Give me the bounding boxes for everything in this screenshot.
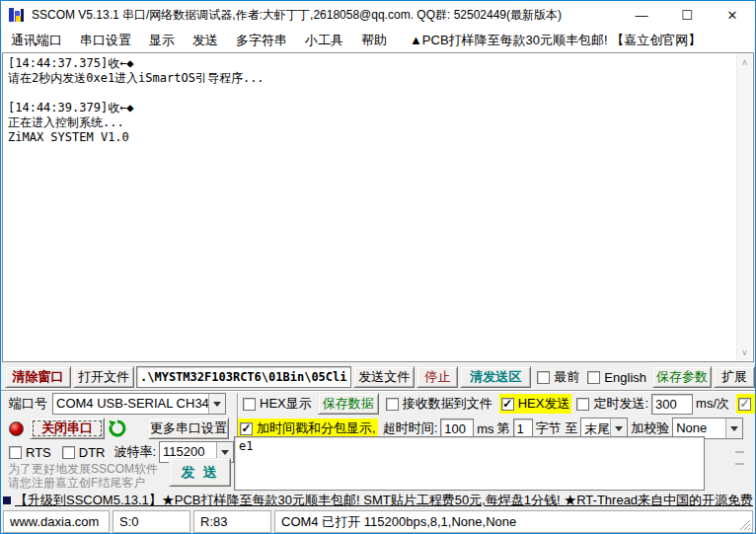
checkbox-box[interactable]: ✓ [240, 422, 253, 435]
menu-bar: 通讯端口 串口设置 显示 发送 多字符串 小工具 帮助 ▲PCB打样降至每款30… [2, 29, 754, 52]
maximize-button[interactable]: ☐ [664, 1, 710, 29]
checkbox-receive-to-file[interactable]: 接收数据到文件 [386, 395, 492, 413]
title-bar: SSCOM V5.13.1 串口/网络数据调试器,作者:大虾丁丁,2618058… [1, 1, 755, 29]
check-icon: ✓ [502, 399, 512, 410]
check-icon: ✓ [740, 399, 750, 410]
checkbox-timed-send[interactable]: 定时发送: [576, 395, 648, 413]
checkbox-timestamp-split[interactable]: ✓ 加时间戳和分包显示, [238, 419, 378, 438]
menu-item-send[interactable]: 发送 [184, 30, 227, 51]
website-link[interactable]: www.daxia.com [3, 510, 110, 533]
maximize-icon: ☐ [681, 8, 693, 23]
checkbox-box[interactable] [587, 371, 600, 384]
terminal-scrollbar[interactable]: ∧ ∨ [736, 54, 752, 360]
checkbox-box[interactable] [9, 446, 22, 459]
timeout-unit-label: ms [477, 421, 493, 436]
dropdown-arrow-icon[interactable] [208, 394, 225, 414]
port-label: 端口号 [9, 395, 47, 413]
send-file-button[interactable]: 发送文件 [353, 366, 415, 388]
file-path-input[interactable] [136, 366, 351, 388]
sent-count: S:0 [113, 510, 190, 533]
menu-item-help[interactable]: 帮助 [352, 30, 396, 51]
checkbox-box[interactable] [576, 398, 589, 411]
checkbox-box[interactable]: ✓ [738, 398, 751, 411]
menu-item-comm-port[interactable]: 通讯端口 [2, 30, 71, 51]
app-icon [8, 7, 26, 23]
clear-send-area-button[interactable]: 清发送区 [460, 366, 531, 388]
terminal-output[interactable]: [14:44:37.375]收←◆ 请在2秒内发送0xe1进入iSmartOS引… [2, 52, 754, 362]
received-count: R:83 [193, 510, 271, 533]
baud-label: 波特率: [113, 443, 156, 461]
port-select[interactable]: COM4 USB-SERIAL CH340 [52, 393, 226, 415]
menu-item-tools[interactable]: 小工具 [296, 30, 352, 51]
menu-item-serial-settings[interactable]: 串口设置 [71, 30, 140, 51]
byte-mid-label: 字节 至 [536, 420, 578, 437]
port-status: COM4 已打开 115200bps,8,1,None,None [274, 510, 753, 533]
port-options-row: 端口号 COM4 USB-SERIAL CH340 HEX显示 保存数据 接收数… [9, 393, 755, 415]
close-button[interactable]: ✕ [710, 1, 755, 29]
save-params-button[interactable]: 保存参数 [652, 366, 712, 388]
checkbox-box[interactable] [386, 398, 399, 411]
scroll-up-icon[interactable]: ∧ [741, 54, 748, 70]
interval-unit-label: ms/次 [696, 395, 729, 413]
dropdown-arrow-icon[interactable] [725, 419, 742, 438]
checkbox-box[interactable] [62, 446, 75, 459]
interval-input[interactable] [651, 394, 693, 415]
divider [1, 390, 755, 392]
timeout-label: 超时时间: [383, 420, 438, 437]
minimize-icon: — [636, 8, 648, 23]
close-port-button[interactable]: 关闭串口 [30, 418, 105, 439]
checkbox-add-crlf[interactable]: ✓ 加回车换 [736, 394, 756, 414]
app-window: SSCOM V5.13.1 串口/网络数据调试器,作者:大虾丁丁,2618058… [0, 0, 756, 534]
open-file-button[interactable]: 打开文件 [73, 366, 134, 388]
checkbox-box[interactable]: ✓ [501, 398, 514, 411]
save-data-button[interactable]: 保存数据 [318, 393, 379, 415]
checkbox-box[interactable] [537, 371, 550, 384]
window-title: SSCOM V5.13.1 串口/网络数据调试器,作者:大虾丁丁,2618058… [32, 7, 619, 24]
refresh-ports-icon[interactable] [108, 419, 127, 438]
check-icon: ✓ [241, 423, 251, 434]
checkbox-hex-send[interactable]: ✓ HEX发送 [499, 394, 572, 414]
send-button[interactable]: 发 送 [169, 458, 231, 487]
upgrade-link-bar: 【升级到SSCOM5.13.1】★PCB打样降至每款30元顺丰包邮! SMT贴片… [3, 493, 753, 508]
checkbox-hex-display[interactable]: HEX显示 [243, 395, 312, 413]
stop-button[interactable]: 停止 [416, 366, 458, 388]
close-icon: ✕ [727, 8, 738, 23]
checkbox-dtr[interactable]: DTR [62, 445, 106, 460]
clear-window-button[interactable]: 清除窗口 [5, 366, 71, 388]
extend-button[interactable]: 扩展 [714, 366, 755, 388]
scroll-down-icon[interactable]: ∨ [741, 344, 748, 360]
window-controls: — ☐ ✕ [619, 1, 755, 29]
status-bar: www.daxia.com S:0 R:83 COM4 已打开 115200bp… [2, 509, 754, 533]
splitter-handle[interactable] [735, 451, 744, 465]
resize-grip-icon[interactable] [739, 519, 751, 531]
byte-prefix-label: 第 [497, 420, 510, 437]
port-open-led-icon [9, 421, 24, 436]
more-serial-settings-button[interactable]: 更多串口设置 [148, 418, 229, 439]
dropdown-arrow-icon[interactable] [610, 419, 627, 438]
checkbox-rts[interactable]: RTS [9, 445, 51, 460]
link-bullet-icon [3, 496, 11, 504]
checkbox-box[interactable] [243, 398, 256, 411]
checkbox-topmost[interactable]: 最前 [537, 368, 579, 386]
menu-promo-link[interactable]: ▲PCB打样降至每款30元顺丰包邮! 【嘉立创官网】 [396, 30, 705, 51]
upgrade-link[interactable]: 【升级到SSCOM5.13.1】★PCB打样降至每款30元顺丰包邮! SMT贴片… [15, 493, 753, 508]
register-promo-text: 为了更好地发展SSCOM软件 请您注册嘉立创F结尾客户 [8, 462, 168, 490]
menu-item-display[interactable]: 显示 [140, 30, 184, 51]
file-toolbar: 清除窗口 打开文件 发送文件 停止 清发送区 最前 English 保存参数 扩… [5, 366, 755, 388]
send-text-input[interactable]: e1 [234, 436, 705, 491]
checksum-label: 加校验 [631, 420, 669, 437]
minimize-button[interactable]: — [619, 1, 664, 29]
checkbox-english[interactable]: English [587, 370, 646, 385]
menu-item-multi-string[interactable]: 多字符串 [227, 30, 296, 51]
